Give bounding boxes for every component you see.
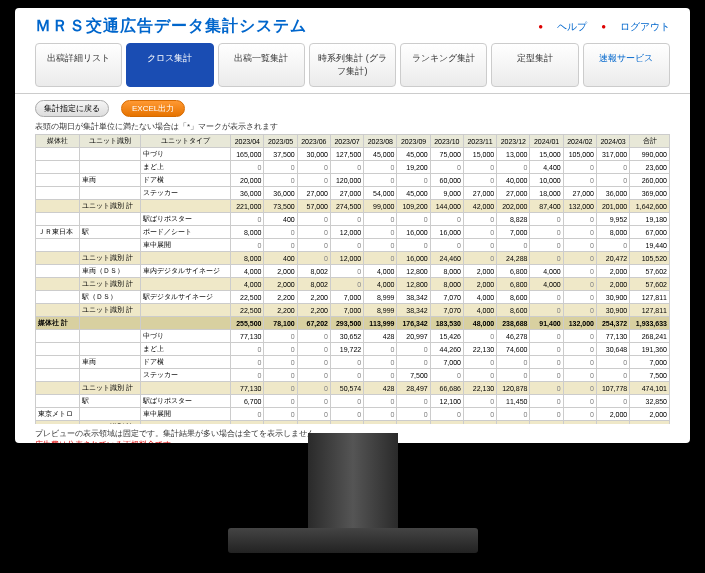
- cell-value: 0: [563, 408, 596, 421]
- cell-value: 20,000: [231, 174, 264, 187]
- cell-value: 120,878: [497, 382, 530, 395]
- cell-value: 0: [463, 408, 496, 421]
- cell-value: 0: [364, 369, 397, 382]
- cell-value: 7,500: [397, 369, 430, 382]
- cell-value: 0: [530, 395, 563, 408]
- row-label: 駅ばりポスター: [141, 213, 231, 226]
- cell-value: 2,000: [630, 408, 670, 421]
- row-label: 駅: [79, 226, 140, 239]
- cell-value: 0: [563, 291, 596, 304]
- row-label: 駅: [79, 395, 140, 408]
- cell-value: 22,130: [463, 382, 496, 395]
- cell-value: 0: [530, 239, 563, 252]
- cell-value: 0: [264, 356, 297, 369]
- row-label: [79, 148, 140, 161]
- cell-value: 22,130: [463, 343, 496, 356]
- cell-value: 0: [430, 161, 463, 174]
- cell-value: 0: [264, 226, 297, 239]
- cell-value: 7,070: [430, 291, 463, 304]
- row-label: [36, 187, 80, 200]
- row-label: [36, 174, 80, 187]
- cell-value: 202,000: [497, 200, 530, 213]
- row-label: ＪＲ東日本: [36, 226, 80, 239]
- table-row: ユニット識別 計8,000400012,000016,00024,460024,…: [36, 252, 670, 265]
- cell-value: 132,000: [563, 317, 596, 330]
- cell-value: 400: [264, 252, 297, 265]
- help-icon: ●: [538, 22, 543, 31]
- table-scroll[interactable]: 媒体社ユニット識別ユニットタイプ2023/042023/052023/06202…: [15, 134, 690, 424]
- help-link[interactable]: ヘルプ: [557, 20, 587, 34]
- cell-value: 4,000: [364, 278, 397, 291]
- cell-value: 0: [530, 330, 563, 343]
- cell-value: 0: [264, 382, 297, 395]
- row-label: [36, 304, 80, 317]
- cell-value: 0: [530, 252, 563, 265]
- cell-value: 9,952: [596, 213, 629, 226]
- excel-export-button[interactable]: EXCEL出力: [121, 100, 185, 117]
- cell-value: 0: [364, 395, 397, 408]
- cell-value: 0: [397, 356, 430, 369]
- tab-cross[interactable]: クロス集計: [126, 43, 213, 87]
- cell-value: 0: [596, 174, 629, 187]
- cell-value: 0: [231, 343, 264, 356]
- cell-value: 19,722: [330, 343, 363, 356]
- cell-value: 0: [297, 252, 330, 265]
- table-row: ＪＲ東日本駅ボード／シート8,0000012,000016,00016,0000…: [36, 226, 670, 239]
- row-label: 駅ばりポスター: [141, 395, 231, 408]
- cell-value: 0: [563, 304, 596, 317]
- cell-value: 0: [364, 408, 397, 421]
- cell-value: 0: [596, 239, 629, 252]
- cell-value: 0: [463, 330, 496, 343]
- row-label: [141, 252, 231, 265]
- cell-value: 0: [430, 369, 463, 382]
- tab-timeseries[interactable]: 時系列集計 (グラフ集計): [309, 43, 396, 87]
- cell-value: 0: [397, 395, 430, 408]
- cell-value: 11,450: [497, 395, 530, 408]
- cell-value: 221,000: [231, 200, 264, 213]
- cell-value: 12,000: [330, 226, 363, 239]
- cell-value: 0: [430, 408, 463, 421]
- tab-ranking[interactable]: ランキング集計: [400, 43, 487, 87]
- cell-value: 8,000: [430, 265, 463, 278]
- cell-value: 37,500: [264, 148, 297, 161]
- cell-value: 0: [297, 161, 330, 174]
- cell-value: 0: [563, 213, 596, 226]
- cell-value: 0: [463, 213, 496, 226]
- cell-value: 0: [530, 226, 563, 239]
- row-label: ドア横: [141, 174, 231, 187]
- cell-value: 45,000: [397, 148, 430, 161]
- cell-value: 0: [497, 161, 530, 174]
- nav-tabs: 出稿詳細リスト クロス集計 出稿一覧集計 時系列集計 (グラフ集計) ランキング…: [15, 43, 690, 94]
- cell-value: 0: [330, 395, 363, 408]
- tab-detail-list[interactable]: 出稿詳細リスト: [35, 43, 122, 87]
- logout-link[interactable]: ログアウト: [620, 20, 670, 34]
- row-label: [36, 265, 80, 278]
- cell-value: 317,000: [596, 148, 629, 161]
- table-row: まど上0000019,2000004,4000023,600: [36, 161, 670, 174]
- tab-flash-service[interactable]: 速報サービス: [583, 43, 670, 87]
- cell-value: 0: [530, 343, 563, 356]
- cell-value: 7,000: [497, 226, 530, 239]
- cell-value: 0: [596, 161, 629, 174]
- cell-value: 9,000: [430, 187, 463, 200]
- cell-value: 4,000: [463, 304, 496, 317]
- row-label: [79, 161, 140, 174]
- cell-value: 127,500: [330, 148, 363, 161]
- back-button[interactable]: 集計指定に戻る: [35, 100, 109, 117]
- cell-value: 0: [264, 369, 297, 382]
- cell-value: 0: [264, 330, 297, 343]
- cell-value: 0: [264, 343, 297, 356]
- cell-value: 46,278: [497, 330, 530, 343]
- cell-value: 0: [463, 395, 496, 408]
- tab-standard[interactable]: 定型集計: [491, 43, 578, 87]
- cell-value: 0: [430, 239, 463, 252]
- cell-value: 22,500: [231, 291, 264, 304]
- tab-summary-list[interactable]: 出稿一覧集計: [218, 43, 305, 87]
- cell-value: 0: [330, 265, 363, 278]
- cell-value: 0: [264, 161, 297, 174]
- cell-value: 0: [364, 174, 397, 187]
- cell-value: 12,000: [330, 252, 363, 265]
- cell-value: 15,000: [530, 148, 563, 161]
- cell-value: 12,800: [397, 278, 430, 291]
- row-label: [36, 200, 80, 213]
